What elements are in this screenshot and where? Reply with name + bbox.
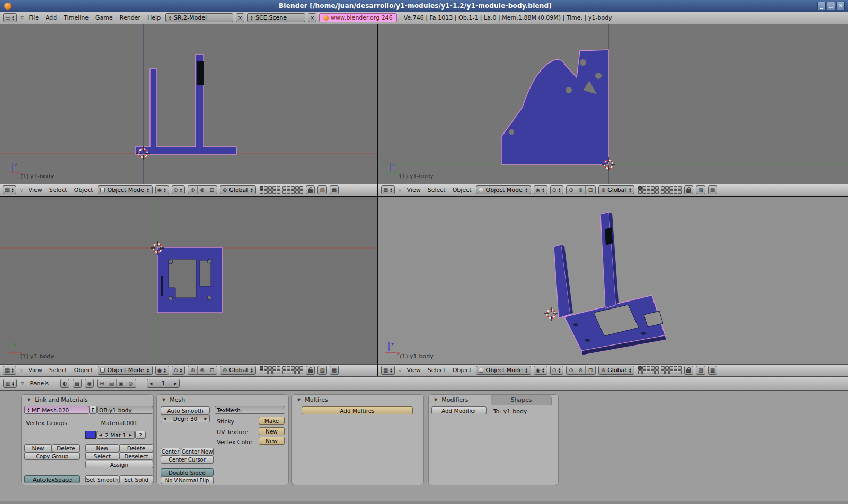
editing-buttons-button[interactable]: ◎ — [126, 379, 136, 387]
layer-toggle[interactable] — [642, 190, 646, 194]
layer-toggle[interactable] — [282, 190, 286, 194]
view-menu[interactable]: View — [26, 186, 45, 194]
viewport-canvas[interactable]: z x (1) y1-body — [0, 24, 377, 184]
layer-toggle[interactable] — [260, 190, 263, 194]
draw-type-dropdown[interactable]: ◉ — [534, 366, 547, 375]
vertex-group-new-button[interactable]: New — [24, 444, 52, 452]
add-modifier-button[interactable]: Add Modifier — [431, 406, 487, 414]
editor-type-selector[interactable]: ▦ — [381, 185, 395, 194]
material-question-button[interactable]: ? — [135, 431, 146, 439]
orientation-dropdown[interactable]: ⊛ Global — [598, 366, 634, 375]
layer-toggle[interactable] — [669, 190, 673, 194]
layer-toggle[interactable] — [665, 370, 669, 374]
manipulator-rotate-button[interactable]: ⊗ — [576, 366, 586, 374]
pivot-dropdown[interactable]: ⊙ — [172, 185, 185, 194]
layer-toggle[interactable] — [295, 190, 299, 194]
mesh-object[interactable] — [501, 50, 608, 164]
menu-file[interactable]: File — [27, 14, 41, 22]
minimize-button[interactable]: _ — [817, 2, 826, 10]
shading-buttons-button[interactable]: ◐ — [60, 379, 69, 388]
layer-toggle[interactable] — [287, 190, 290, 194]
layer-toggle[interactable] — [651, 190, 655, 194]
select-menu[interactable]: Select — [426, 366, 448, 374]
layer-toggle[interactable] — [647, 370, 650, 374]
layer-toggle[interactable] — [268, 186, 272, 190]
vertex-color-new-button[interactable]: New — [259, 437, 285, 445]
manipulator-rotate-button[interactable]: ⊗ — [198, 366, 207, 374]
lock-button[interactable] — [684, 366, 693, 375]
layer-toggle[interactable] — [282, 366, 286, 370]
mesh-object[interactable] — [135, 55, 236, 154]
screen-selector[interactable]: SR:2-Model — [165, 13, 233, 22]
render-preview-button[interactable]: ▨ — [696, 185, 705, 194]
layer-toggle[interactable] — [277, 186, 280, 190]
auto-smooth-toggle[interactable]: Auto Smooth — [161, 406, 210, 414]
layer-toggle[interactable] — [287, 186, 290, 190]
layer-toggle[interactable] — [638, 190, 642, 194]
editor-type-selector[interactable]: ▦ — [3, 185, 16, 194]
mesh-datablock-field[interactable]: ME:Mesh.020 — [24, 406, 89, 414]
layer-toggle[interactable] — [651, 366, 655, 370]
object-menu[interactable]: Object — [450, 366, 474, 374]
no-vnormal-flip-toggle[interactable]: No V.Normal Flip — [161, 476, 214, 484]
center-new-button[interactable]: Center New — [181, 448, 214, 456]
layer-toggle[interactable] — [287, 366, 290, 370]
panel-header[interactable]: ▼ Mesh — [157, 395, 288, 405]
layer-toggle[interactable] — [638, 186, 642, 190]
menu-add[interactable]: Add — [43, 14, 59, 22]
fake-user-button[interactable]: F — [89, 406, 97, 414]
layer-toggle[interactable] — [272, 370, 276, 374]
lock-button[interactable] — [684, 185, 693, 194]
add-multires-button[interactable]: Add Multires — [302, 406, 413, 414]
material-assign-button[interactable]: Assign — [85, 461, 153, 468]
double-sided-toggle[interactable]: Double Sided — [161, 468, 214, 476]
layer-toggle[interactable] — [665, 190, 669, 194]
maximize-button[interactable]: □ — [827, 2, 835, 10]
logic-buttons-button[interactable]: ⊞ — [98, 379, 107, 387]
window-type-selector[interactable]: ▤ — [3, 13, 17, 22]
manipulator-move-button[interactable]: ⊕ — [188, 366, 198, 374]
layer-toggle[interactable] — [669, 370, 673, 374]
manipulator-scale-button[interactable]: ⊡ — [207, 366, 217, 374]
layer-toggle[interactable] — [299, 370, 303, 374]
layer-toggle[interactable] — [669, 366, 673, 370]
manipulator-scale-button[interactable]: ⊡ — [207, 186, 217, 194]
manipulator-scale-button[interactable]: ⊡ — [586, 186, 595, 194]
close-button[interactable]: × — [836, 2, 845, 10]
material-color-swatch[interactable] — [85, 431, 96, 439]
frame-number-field[interactable]: ◀ 1 ▶ — [147, 379, 180, 388]
editor-type-selector[interactable]: ▥ — [3, 379, 17, 388]
editor-type-selector[interactable]: ▦ — [3, 366, 16, 375]
layer-toggle[interactable] — [678, 370, 682, 374]
pivot-dropdown[interactable]: ⊙ — [550, 185, 563, 194]
layer-toggle[interactable] — [638, 366, 642, 370]
blender-version-badge[interactable]: www.blender.org 246 — [319, 13, 397, 22]
material-index-field[interactable]: ◀ 2 Mat 1 ▶ — [96, 431, 135, 439]
orientation-dropdown[interactable]: ⊛ Global — [220, 185, 256, 194]
header-collapse-icon[interactable]: ▽ — [19, 188, 23, 192]
degr-field[interactable]: ◀ Degr: 30 ▶ — [161, 414, 210, 422]
header-collapse-icon[interactable]: ▽ — [20, 381, 24, 386]
layer-toggle[interactable] — [264, 370, 268, 374]
layer-toggle[interactable] — [655, 366, 659, 370]
menu-timeline[interactable]: Timeline — [61, 14, 91, 22]
orientation-dropdown[interactable]: ⊛ Global — [220, 366, 256, 375]
center-cursor-button[interactable]: Center Cursor — [161, 456, 214, 464]
increment-icon[interactable]: ▶ — [174, 382, 177, 386]
autotexspace-toggle[interactable]: AutoTexSpace — [24, 475, 80, 483]
render-preview-button[interactable]: ▨ — [317, 366, 326, 375]
layer-toggle[interactable] — [291, 186, 295, 190]
layer-toggle[interactable] — [282, 186, 286, 190]
panels-menu[interactable]: Panels — [28, 379, 51, 387]
layer-toggle[interactable] — [291, 370, 295, 374]
increment-icon[interactable]: ▶ — [129, 433, 132, 437]
layer-toggle[interactable] — [651, 186, 655, 190]
layer-toggle[interactable] — [638, 370, 642, 374]
snapshot-button[interactable]: ▩ — [330, 366, 339, 375]
layer-toggle[interactable] — [674, 366, 677, 370]
uv-texture-new-button[interactable]: New — [259, 427, 285, 435]
layer-toggle[interactable] — [642, 186, 646, 190]
panel-collapse-icon[interactable]: ▼ — [434, 397, 438, 402]
layer-toggle[interactable] — [260, 186, 263, 190]
lock-button[interactable] — [306, 185, 315, 194]
